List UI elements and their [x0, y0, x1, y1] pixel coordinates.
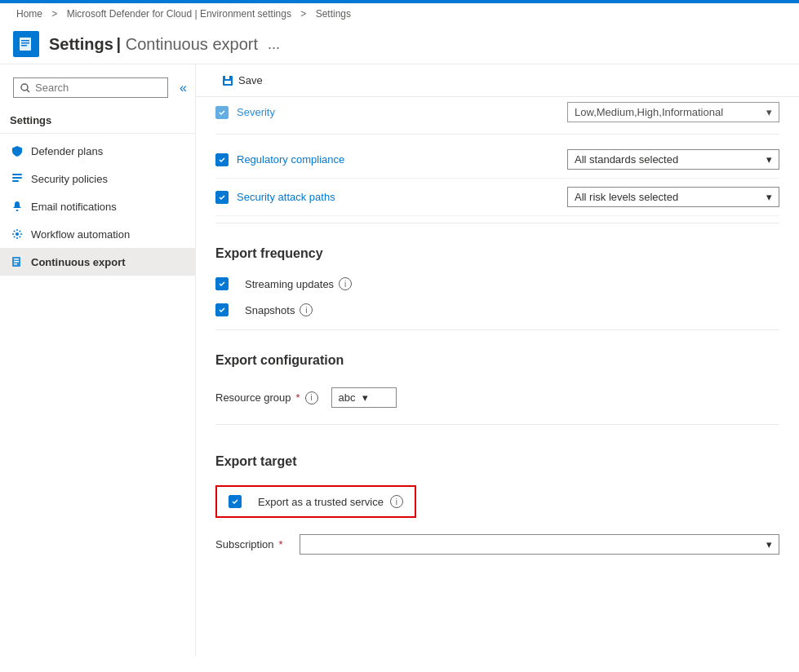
- sidebar-item-continuous-export[interactable]: Continuous export: [0, 248, 195, 276]
- partial-severity-row: Severity Low,Medium,High,Informational ▾: [215, 97, 779, 127]
- severity-checkbox[interactable]: [215, 106, 229, 119]
- content-body: Severity Low,Medium,High,Informational ▾…: [196, 97, 799, 571]
- search-box[interactable]: [13, 77, 168, 98]
- collapse-sidebar-button[interactable]: «: [178, 79, 189, 97]
- svg-point-9: [16, 210, 19, 211]
- sidebar-item-security-policies[interactable]: Security policies: [0, 165, 195, 192]
- resource-group-value: abc: [339, 391, 356, 404]
- content-area: Save Severity Low,Medium,High,Informatio…: [196, 64, 799, 657]
- subscription-required: *: [279, 538, 283, 550]
- page-title-sub: Continuous export: [126, 35, 258, 53]
- page-title-area: Settings | Continuous export: [49, 35, 258, 54]
- sidebar-section-title: Settings: [0, 108, 195, 130]
- resource-group-chevron-icon: ▾: [362, 391, 368, 404]
- book-icon: [10, 254, 24, 269]
- sidebar-item-workflow-automation[interactable]: Workflow automation: [0, 220, 195, 248]
- export-configuration-header: Export configuration: [215, 337, 779, 378]
- ellipsis-button[interactable]: ...: [268, 36, 280, 53]
- security-attack-paths-dropdown[interactable]: All risk levels selected ▾: [567, 187, 779, 207]
- page-title-separator: |: [117, 35, 126, 53]
- sidebar-item-defender-plans-label: Defender plans: [31, 145, 103, 157]
- search-input[interactable]: [35, 82, 161, 94]
- severity-dropdown-value: Low,Medium,High,Informational: [575, 106, 723, 118]
- streaming-updates-label: Streaming updates: [245, 278, 334, 290]
- streaming-updates-info-icon[interactable]: i: [339, 277, 352, 290]
- snapshots-label: Snapshots: [245, 304, 295, 316]
- subscription-chevron-icon: ▾: [766, 538, 772, 550]
- toolbar: Save: [196, 64, 799, 97]
- save-button[interactable]: Save: [215, 71, 269, 90]
- divider-3: [215, 329, 779, 330]
- resource-group-info-icon[interactable]: i: [305, 391, 318, 405]
- svg-rect-17: [225, 76, 229, 79]
- resource-group-label: Resource group: [215, 391, 291, 404]
- svg-rect-14: [14, 263, 17, 265]
- divider-4: [215, 424, 779, 425]
- export-frequency-header: Export frequency: [215, 230, 779, 271]
- severity-dropdown[interactable]: Low,Medium,High,Informational ▾: [567, 102, 779, 122]
- breadcrumb-defender[interactable]: Microsoft Defender for Cloud | Environme…: [67, 8, 291, 20]
- svg-rect-8: [12, 180, 19, 182]
- sidebar: « Settings Defender plans Security polic…: [0, 64, 196, 657]
- svg-rect-0: [20, 38, 31, 51]
- svg-rect-7: [12, 177, 22, 179]
- svg-rect-6: [12, 174, 22, 175]
- snapshots-info-icon[interactable]: i: [300, 303, 313, 316]
- svg-rect-2: [21, 42, 29, 44]
- svg-point-4: [21, 84, 28, 91]
- trusted-service-label: Export as a trusted service: [258, 496, 384, 508]
- divider-2: [215, 223, 779, 223]
- severity-label: Severity: [237, 106, 567, 118]
- search-icon: [20, 83, 30, 93]
- regulatory-compliance-label: Regulatory compliance: [237, 153, 344, 166]
- streaming-updates-row: Streaming updates i: [215, 271, 779, 297]
- subscription-label: Subscription: [215, 538, 274, 550]
- security-attack-paths-dropdown-value: All risk levels selected: [575, 191, 678, 203]
- breadcrumb-settings[interactable]: Settings: [316, 8, 351, 20]
- page-icon: [13, 31, 39, 57]
- svg-rect-16: [224, 81, 231, 84]
- bell-icon: [10, 199, 24, 214]
- sidebar-item-email-notifications[interactable]: Email notifications: [0, 192, 195, 220]
- regulatory-compliance-dropdown-value: All standards selected: [575, 153, 678, 166]
- sidebar-item-defender-plans[interactable]: Defender plans: [0, 137, 195, 165]
- svg-rect-3: [21, 45, 27, 46]
- streaming-updates-checkbox[interactable]: [215, 277, 229, 290]
- breadcrumb: Home > Microsoft Defender for Cloud | En…: [0, 3, 799, 24]
- regulatory-compliance-checkbox-area: Regulatory compliance: [215, 153, 567, 166]
- shield-icon: [10, 144, 24, 158]
- security-attack-paths-checkbox[interactable]: [215, 191, 229, 204]
- regulatory-compliance-chevron-icon: ▾: [766, 153, 772, 166]
- security-attack-paths-chevron-icon: ▾: [766, 191, 772, 203]
- divider-1: [215, 134, 779, 135]
- page-title-main: Settings: [49, 35, 113, 53]
- gear-icon: [10, 227, 24, 241]
- security-attack-paths-row: Security attack paths All risk levels se…: [215, 179, 779, 216]
- resource-group-required: *: [296, 391, 300, 404]
- svg-rect-12: [14, 259, 19, 260]
- breadcrumb-home[interactable]: Home: [16, 8, 42, 20]
- subscription-dropdown[interactable]: ▾: [300, 534, 779, 555]
- sidebar-item-workflow-automation-label: Workflow automation: [31, 228, 130, 241]
- sidebar-divider: [0, 133, 195, 134]
- page-header: Settings | Continuous export ...: [0, 24, 799, 64]
- resource-group-row: Resource group * i abc ▾: [215, 378, 779, 418]
- sidebar-item-security-policies-label: Security policies: [31, 173, 108, 185]
- severity-chevron-icon: ▾: [766, 106, 772, 118]
- sidebar-item-continuous-export-label: Continuous export: [31, 256, 126, 268]
- resource-group-dropdown[interactable]: abc ▾: [331, 387, 397, 408]
- security-attack-paths-checkbox-area: Security attack paths: [215, 191, 567, 204]
- svg-rect-1: [21, 40, 29, 42]
- trusted-service-checkbox[interactable]: [229, 495, 242, 508]
- export-trusted-service-highlight: Export as a trusted service i: [215, 485, 416, 518]
- regulatory-compliance-dropdown[interactable]: All standards selected ▾: [567, 149, 779, 170]
- snapshots-checkbox[interactable]: [215, 303, 229, 316]
- security-attack-paths-label: Security attack paths: [237, 191, 335, 203]
- regulatory-compliance-checkbox[interactable]: [215, 153, 229, 166]
- subscription-row: Subscription * ▾: [215, 524, 779, 564]
- trusted-service-info-icon[interactable]: i: [390, 495, 403, 508]
- svg-point-10: [16, 232, 19, 236]
- export-target-header: Export target: [215, 438, 779, 479]
- svg-line-5: [27, 90, 29, 92]
- save-icon: [222, 75, 233, 86]
